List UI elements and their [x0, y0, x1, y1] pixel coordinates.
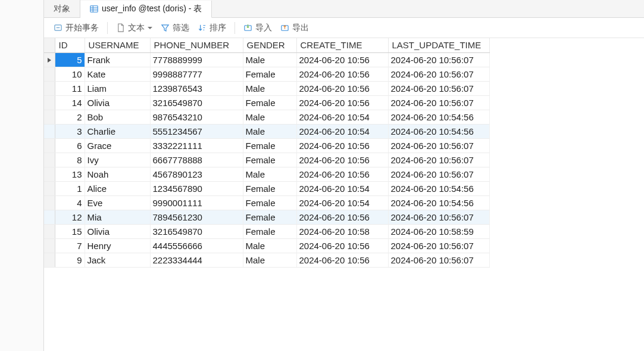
cell-update-time[interactable]: 2024-06-20 10:56:07: [388, 67, 489, 82]
row-indicator[interactable]: [44, 96, 55, 110]
cell-create-time[interactable]: 2024-06-20 10:56: [296, 67, 388, 82]
cell-create-time[interactable]: 2024-06-20 10:56: [296, 167, 388, 182]
cell-id[interactable]: 14: [55, 96, 85, 110]
cell-phone[interactable]: 9876543210: [150, 110, 243, 125]
text-mode-button[interactable]: 文本: [115, 21, 154, 35]
cell-create-time[interactable]: 2024-06-20 10:56: [296, 139, 388, 153]
row-indicator[interactable]: [44, 53, 55, 67]
row-indicator[interactable]: [44, 82, 55, 96]
cell-gender[interactable]: Male: [243, 253, 296, 268]
row-header-corner[interactable]: [44, 38, 55, 53]
cell-phone[interactable]: 3216549870: [150, 225, 243, 239]
table-row[interactable]: 10Kate9998887777Female2024-06-20 10:5620…: [44, 67, 489, 82]
cell-id[interactable]: 15: [55, 225, 85, 239]
sort-button[interactable]: 排序: [196, 21, 227, 35]
table-row[interactable]: 8Ivy6667778888Female2024-06-20 10:562024…: [44, 153, 489, 167]
cell-gender[interactable]: Male: [243, 110, 296, 125]
cell-id[interactable]: 10: [55, 67, 85, 82]
row-indicator[interactable]: [44, 139, 55, 153]
export-button[interactable]: 导出: [279, 21, 310, 35]
cell-update-time[interactable]: 2024-06-20 10:54:56: [388, 110, 489, 125]
cell-update-time[interactable]: 2024-06-20 10:56:07: [388, 53, 489, 67]
row-indicator[interactable]: [44, 125, 55, 139]
cell-gender[interactable]: Female: [243, 225, 296, 239]
cell-create-time[interactable]: 2024-06-20 10:54: [296, 182, 388, 196]
cell-create-time[interactable]: 2024-06-20 10:56: [296, 153, 388, 167]
cell-gender[interactable]: Female: [243, 182, 296, 196]
cell-username[interactable]: Olivia: [85, 225, 150, 239]
cell-update-time[interactable]: 2024-06-20 10:56:07: [388, 167, 489, 182]
cell-create-time[interactable]: 2024-06-20 10:54: [296, 196, 388, 210]
cell-id[interactable]: 8: [55, 153, 85, 167]
row-indicator[interactable]: [44, 196, 55, 210]
cell-id[interactable]: 5: [55, 53, 85, 67]
cell-gender[interactable]: Female: [243, 153, 296, 167]
cell-id[interactable]: 13: [55, 167, 85, 182]
table-row[interactable]: 13Noah4567890123Male2024-06-20 10:562024…: [44, 167, 489, 182]
cell-username[interactable]: Frank: [85, 53, 150, 67]
cell-create-time[interactable]: 2024-06-20 10:58: [296, 225, 388, 239]
cell-update-time[interactable]: 2024-06-20 10:56:07: [388, 153, 489, 167]
cell-id[interactable]: 2: [55, 110, 85, 125]
table-row[interactable]: 15Olivia3216549870Female2024-06-20 10:58…: [44, 225, 489, 239]
cell-phone[interactable]: 9998887777: [150, 67, 243, 82]
cell-phone[interactable]: 5551234567: [150, 125, 243, 139]
col-header-update-time[interactable]: LAST_UPDATE_TIME: [388, 38, 489, 53]
cell-id[interactable]: 12: [55, 210, 85, 225]
cell-id[interactable]: 4: [55, 196, 85, 210]
import-button[interactable]: 导入: [242, 21, 273, 35]
cell-username[interactable]: Eve: [85, 196, 150, 210]
cell-phone[interactable]: 7778889999: [150, 53, 243, 67]
cell-username[interactable]: Henry: [85, 239, 150, 253]
cell-phone[interactable]: 1234567890: [150, 182, 243, 196]
cell-update-time[interactable]: 2024-06-20 10:56:07: [388, 210, 489, 225]
cell-gender[interactable]: Male: [243, 53, 296, 67]
cell-phone[interactable]: 2223334444: [150, 253, 243, 268]
cell-username[interactable]: Liam: [85, 82, 150, 96]
col-header-phone[interactable]: PHONE_NUMBER: [150, 38, 243, 53]
cell-update-time[interactable]: 2024-06-20 10:54:56: [388, 182, 489, 196]
cell-gender[interactable]: Female: [243, 196, 296, 210]
table-row[interactable]: 7Henry4445556666Male2024-06-20 10:562024…: [44, 239, 489, 253]
row-indicator[interactable]: [44, 67, 55, 82]
cell-create-time[interactable]: 2024-06-20 10:56: [296, 82, 388, 96]
cell-username[interactable]: Mia: [85, 210, 150, 225]
table-row[interactable]: 2Bob9876543210Male2024-06-20 10:542024-0…: [44, 110, 489, 125]
tab-active-table[interactable]: user_info @test (doris) - 表: [80, 1, 212, 18]
cell-phone[interactable]: 3216549870: [150, 96, 243, 110]
cell-gender[interactable]: Female: [243, 139, 296, 153]
table-row[interactable]: 1Alice1234567890Female2024-06-20 10:5420…: [44, 182, 489, 196]
cell-gender[interactable]: Male: [243, 82, 296, 96]
row-indicator[interactable]: [44, 153, 55, 167]
table-row[interactable]: 4Eve9990001111Female2024-06-20 10:542024…: [44, 196, 489, 210]
col-header-id[interactable]: ID: [55, 38, 85, 53]
col-header-create-time[interactable]: CREATE_TIME: [296, 38, 388, 53]
cell-create-time[interactable]: 2024-06-20 10:56: [296, 96, 388, 110]
cell-id[interactable]: 1: [55, 182, 85, 196]
cell-create-time[interactable]: 2024-06-20 10:56: [296, 53, 388, 67]
table-row[interactable]: 11Liam1239876543Male2024-06-20 10:562024…: [44, 82, 489, 96]
cell-create-time[interactable]: 2024-06-20 10:56: [296, 239, 388, 253]
cell-gender[interactable]: Female: [243, 210, 296, 225]
cell-username[interactable]: Kate: [85, 67, 150, 82]
cell-update-time[interactable]: 2024-06-20 10:56:07: [388, 139, 489, 153]
row-indicator[interactable]: [44, 167, 55, 182]
cell-phone[interactable]: 1239876543: [150, 82, 243, 96]
cell-id[interactable]: 7: [55, 239, 85, 253]
cell-username[interactable]: Charlie: [85, 125, 150, 139]
cell-phone[interactable]: 3332221111: [150, 139, 243, 153]
filter-button[interactable]: 筛选: [160, 21, 190, 35]
table-row[interactable]: 6Grace3332221111Female2024-06-20 10:5620…: [44, 139, 489, 153]
grid-scroll-area[interactable]: ID USERNAME PHONE_NUMBER GENDER CREATE_T…: [44, 38, 644, 351]
cell-create-time[interactable]: 2024-06-20 10:56: [296, 210, 388, 225]
cell-phone[interactable]: 7894561230: [150, 210, 243, 225]
cell-create-time[interactable]: 2024-06-20 10:54: [296, 125, 388, 139]
cell-update-time[interactable]: 2024-06-20 10:54:56: [388, 125, 489, 139]
cell-create-time[interactable]: 2024-06-20 10:56: [296, 253, 388, 268]
cell-gender[interactable]: Female: [243, 96, 296, 110]
cell-id[interactable]: 3: [55, 125, 85, 139]
cell-username[interactable]: Bob: [85, 110, 150, 125]
cell-update-time[interactable]: 2024-06-20 10:56:07: [388, 82, 489, 96]
table-row[interactable]: 14Olivia3216549870Female2024-06-20 10:56…: [44, 96, 489, 110]
row-indicator[interactable]: [44, 239, 55, 253]
